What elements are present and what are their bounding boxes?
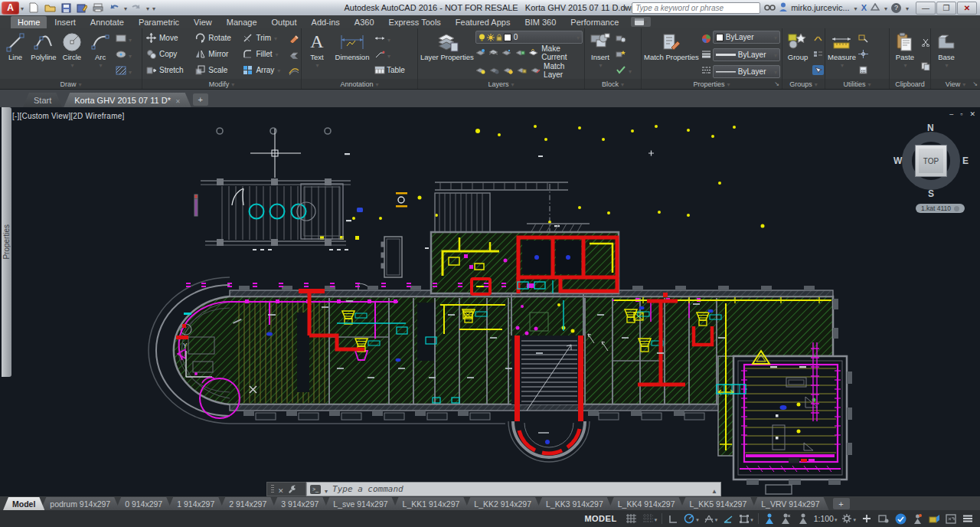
search-binoculars-icon[interactable] bbox=[764, 3, 776, 13]
erase-icon[interactable] bbox=[288, 34, 299, 44]
undo-icon[interactable] bbox=[107, 2, 121, 14]
a360-dropdown-icon[interactable] bbox=[884, 3, 887, 12]
linetype-dropdown-icon[interactable] bbox=[773, 67, 777, 76]
drawing-area[interactable]: [-][Custom View][2D Wireframe] ‒ ▫ ✕ Pro… bbox=[0, 107, 980, 496]
command-grip[interactable] bbox=[266, 482, 306, 496]
command-drag-handle[interactable] bbox=[271, 485, 274, 494]
insert-button[interactable]: Insert bbox=[586, 30, 614, 79]
isodraft-button[interactable] bbox=[702, 512, 720, 525]
isodraft-dropdown-icon[interactable] bbox=[715, 514, 718, 523]
user-menu-dropdown-icon[interactable] bbox=[854, 3, 858, 12]
hatch-dropdown-icon[interactable] bbox=[128, 64, 132, 77]
quick-calc-icon[interactable] bbox=[858, 65, 869, 75]
layer-isolate-icon[interactable] bbox=[475, 48, 485, 58]
measure-dropdown-icon[interactable] bbox=[840, 61, 844, 69]
tab-manage[interactable]: Manage bbox=[220, 16, 264, 28]
new-file-icon[interactable] bbox=[27, 2, 41, 14]
array-dropdown-icon[interactable] bbox=[276, 66, 280, 74]
layout-tab-podrum[interactable]: podrum 914x297 bbox=[41, 497, 119, 510]
tab-annotate[interactable]: Annotate bbox=[83, 16, 131, 28]
text-dropdown-icon[interactable] bbox=[315, 61, 318, 69]
command-recent-dropdown-icon[interactable] bbox=[324, 483, 328, 496]
signed-in-user[interactable]: mirko.jurcevic... bbox=[791, 3, 849, 12]
workspace-dropdown-icon[interactable] bbox=[853, 514, 856, 523]
graphics-performance-button[interactable] bbox=[893, 512, 908, 525]
tab-a360[interactable]: A360 bbox=[348, 16, 381, 28]
line-button[interactable]: Line bbox=[2, 30, 29, 79]
panel-label-clipboard[interactable]: Clipboard bbox=[890, 79, 930, 89]
layer-lock-tool-icon[interactable] bbox=[515, 48, 525, 58]
dimension-button[interactable]: Dimension bbox=[332, 30, 373, 79]
scale-button[interactable]: Scale bbox=[193, 63, 237, 78]
layer-on-tool-icon[interactable] bbox=[475, 66, 486, 76]
fillet-button[interactable]: Fillet bbox=[240, 46, 287, 61]
mirror-button[interactable]: Mirror bbox=[193, 46, 237, 61]
polyline-button[interactable]: Polyline bbox=[30, 30, 57, 79]
layer-properties-button[interactable]: Layer Properties bbox=[420, 30, 475, 79]
floor-plan-canvas[interactable]: Y bbox=[0, 107, 980, 496]
create-block-icon[interactable] bbox=[615, 34, 626, 44]
annotation-scale-button[interactable] bbox=[795, 512, 811, 525]
search-input[interactable] bbox=[632, 2, 760, 14]
panel-label-utilities[interactable]: Utilities bbox=[825, 79, 889, 89]
autoscale-annotations-button[interactable] bbox=[779, 512, 794, 525]
snap-mode-button[interactable] bbox=[641, 512, 659, 525]
command-input[interactable] bbox=[331, 483, 708, 495]
layout-tab-model[interactable]: Model bbox=[3, 497, 44, 510]
level-indicator-pill[interactable]: 1.kat 4110 bbox=[916, 204, 965, 213]
panel-label-groups[interactable]: Groups bbox=[782, 79, 825, 89]
object-color-select[interactable]: ByLayer bbox=[713, 31, 780, 44]
file-tab-document[interactable]: Korta GHV 2015 07 11 D* bbox=[64, 93, 191, 107]
linetype-select[interactable]: ByLayer bbox=[713, 65, 780, 78]
exchange-apps-icon[interactable]: X bbox=[861, 3, 867, 12]
explode-icon[interactable] bbox=[288, 49, 299, 59]
properties-launcher-icon[interactable]: ↘ bbox=[774, 80, 779, 87]
trim-button[interactable]: Trim bbox=[240, 30, 287, 45]
panel-label-draw[interactable]: Draw bbox=[0, 79, 142, 89]
minimize-button[interactable]: — bbox=[916, 2, 936, 15]
annotation-visibility-button[interactable] bbox=[762, 512, 777, 525]
group-edit-icon[interactable] bbox=[812, 49, 824, 59]
arc-button[interactable]: Arc bbox=[87, 30, 114, 79]
quick-select-icon[interactable] bbox=[858, 34, 869, 44]
manage-attributes-icon[interactable] bbox=[615, 65, 626, 75]
new-drawing-tab-button[interactable]: + bbox=[193, 93, 208, 106]
autocad-logo-icon[interactable]: A bbox=[2, 2, 19, 15]
layer-off-tool-icon[interactable] bbox=[489, 66, 500, 76]
ortho-mode-button[interactable] bbox=[665, 512, 681, 525]
layer-freeze-icon[interactable] bbox=[501, 48, 511, 58]
layout-tab-lkk2[interactable]: L_KK2 914x297 bbox=[465, 497, 541, 510]
panel-label-block[interactable]: Block bbox=[585, 79, 641, 89]
clean-screen-button[interactable] bbox=[943, 512, 959, 525]
customization-menu-button[interactable] bbox=[960, 512, 975, 525]
viewcube-top-face[interactable]: TOP bbox=[915, 145, 947, 177]
circle-button[interactable]: Circle bbox=[58, 30, 86, 79]
copy-button[interactable]: Copy bbox=[144, 46, 190, 61]
table-button[interactable]: Table bbox=[387, 66, 405, 74]
leader-dropdown-icon[interactable] bbox=[387, 47, 390, 61]
trim-dropdown-icon[interactable] bbox=[273, 34, 277, 42]
insert-dropdown-icon[interactable] bbox=[598, 61, 602, 69]
viewcube-south[interactable]: S bbox=[928, 188, 934, 199]
layout-tab-lkk5[interactable]: L_KK5 914x297 bbox=[681, 497, 756, 510]
cut-icon[interactable] bbox=[920, 38, 931, 47]
qat-customize-icon[interactable] bbox=[152, 3, 155, 12]
group-selection-toggle-icon[interactable] bbox=[812, 65, 824, 75]
doc-restore-icon[interactable]: ▫ bbox=[960, 110, 962, 118]
undo-dropdown-icon[interactable] bbox=[123, 3, 127, 12]
paste-button[interactable]: Paste bbox=[891, 30, 919, 79]
command-input-row[interactable]: >_ bbox=[306, 482, 721, 496]
command-prompt-icon[interactable]: >_ bbox=[310, 485, 321, 494]
polar-tracking-button[interactable] bbox=[682, 512, 701, 525]
redo-dropdown-icon[interactable] bbox=[145, 3, 149, 12]
new-layout-button[interactable]: + bbox=[833, 498, 850, 509]
annotation-scale-value[interactable]: 1:100 bbox=[812, 512, 839, 525]
viewport-controls[interactable]: [-][Custom View][2D Wireframe] bbox=[12, 112, 124, 120]
layout-tab-0[interactable]: 0 914x297 bbox=[116, 497, 172, 510]
edit-attribute-icon[interactable] bbox=[615, 49, 626, 59]
tab-insert[interactable]: Insert bbox=[47, 16, 83, 28]
help-icon[interactable]: ? bbox=[891, 3, 901, 13]
text-button[interactable]: AText bbox=[303, 30, 331, 79]
move-button[interactable]: Move bbox=[144, 30, 190, 45]
panel-label-modify[interactable]: Modify bbox=[142, 79, 301, 89]
